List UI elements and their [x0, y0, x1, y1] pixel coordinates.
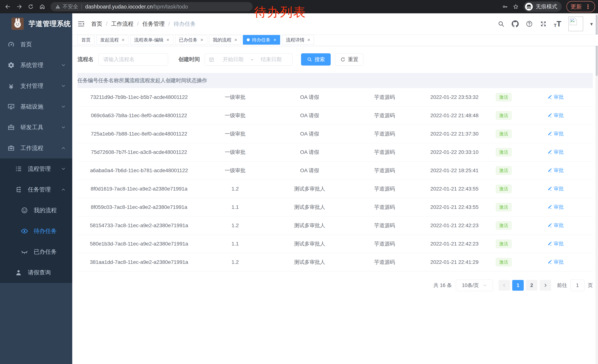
help-icon[interactable] — [526, 20, 533, 27]
search-icon[interactable] — [498, 20, 505, 27]
approve-link[interactable]: 审批 — [547, 204, 564, 210]
prev-page-button[interactable] — [498, 280, 510, 291]
approve-link[interactable]: 审批 — [547, 130, 564, 137]
logo-row[interactable]: 芋道管理系统 — [0, 13, 72, 34]
tab[interactable]: 发起流程 × — [96, 35, 128, 45]
sidebar-item[interactable]: 基础设施 — [0, 96, 72, 117]
tab[interactable]: 已办任务 × — [175, 35, 207, 45]
eye-closed-icon — [21, 248, 28, 256]
close-icon[interactable]: × — [200, 37, 203, 42]
reset-button-label: 重置 — [348, 56, 358, 63]
cell-process: OA 请假 — [270, 130, 349, 138]
scrollbar-track[interactable] — [595, 13, 598, 364]
forward-icon[interactable] — [15, 2, 24, 11]
sidebar-item[interactable]: 待办任务 — [0, 221, 72, 242]
close-icon[interactable]: × — [122, 37, 125, 42]
tab[interactable]: 流程表单-编辑 × — [130, 35, 173, 45]
navbar: 首页 / 工作流程 / 任务管理 / — [72, 13, 598, 35]
sidebar-item[interactable]: 请假查询 — [0, 262, 72, 283]
breadcrumb-item[interactable]: 首页 — [91, 20, 102, 28]
approve-link[interactable]: 审批 — [547, 94, 564, 100]
sidebar-item[interactable]: 已办任务 — [0, 242, 72, 262]
breadcrumb-item[interactable]: 待办任务 — [174, 20, 196, 28]
next-page-button[interactable] — [540, 280, 551, 291]
menu-kebab-icon[interactable]: ⋮ — [585, 4, 591, 10]
date-range-picker[interactable]: 开始日期 - 结束日期 — [205, 53, 292, 65]
select-chevron-icon — [482, 283, 487, 288]
sidebar-item[interactable]: 我的流程 — [0, 200, 72, 221]
tab[interactable]: 首页 — [77, 35, 94, 45]
sidebar-item[interactable]: 研发工具 — [0, 117, 72, 138]
approve-link[interactable]: 审批 — [547, 149, 564, 155]
sidebar-item[interactable]: 任务管理 — [0, 179, 72, 200]
column-header: 任务名称 — [98, 77, 119, 84]
sidebar-item[interactable]: 流程管理 — [0, 159, 72, 179]
approve-link[interactable]: 审批 — [547, 240, 564, 247]
chrome-actions: 无痕模式 更新 ⋮ — [502, 1, 595, 12]
close-icon[interactable]: × — [166, 37, 169, 42]
close-icon[interactable]: × — [234, 37, 237, 42]
tab[interactable]: 流程详情 × — [282, 35, 314, 45]
security-label: 不安全 — [63, 3, 78, 10]
table-row: 725a1eb6-7b88-11ec-8ef0-acde48001122 一级审… — [77, 125, 593, 143]
create-time-label: 创建时间 — [178, 56, 200, 63]
tab-label: 已办任务 — [179, 37, 198, 43]
update-button[interactable]: 更新 ⋮ — [566, 1, 595, 12]
approve-link[interactable]: 审批 — [547, 259, 564, 265]
breadcrumb-item[interactable]: 工作流程 — [111, 20, 133, 28]
reload-icon[interactable] — [26, 2, 36, 11]
bookmark-star-icon[interactable] — [513, 4, 519, 10]
avatar[interactable] — [568, 16, 583, 31]
search-button[interactable]: 搜索 — [301, 53, 331, 65]
tab-label: 流程表单-编辑 — [134, 37, 163, 43]
github-icon[interactable] — [512, 20, 519, 27]
chevron-down-icon[interactable]: ▾ — [590, 21, 593, 27]
font-size-icon[interactable]: TT — [554, 20, 561, 28]
reset-button[interactable]: 重置 — [335, 53, 363, 65]
cell-task-name: 一级审批 — [201, 130, 270, 138]
chevron-icon — [61, 125, 66, 130]
close-icon[interactable]: × — [307, 37, 310, 42]
address-bar[interactable]: 不安全 dashboard.yudao.iocoder.cn/bpm/task/… — [50, 2, 253, 11]
goto-page: 前往 1 页 — [557, 280, 593, 291]
url-path: /bpm/task/todo — [153, 4, 188, 10]
approve-link[interactable]: 审批 — [547, 185, 564, 192]
monitor-icon — [8, 103, 15, 110]
sidebar-item[interactable]: 支付管理 — [0, 75, 72, 96]
sidebar-item[interactable]: 工作流程 — [0, 138, 72, 159]
tab[interactable]: 我的流程 × — [209, 35, 241, 45]
home-icon[interactable] — [37, 2, 47, 11]
cell-process: 测试多审批人 — [270, 259, 349, 266]
password-key-icon[interactable] — [502, 4, 508, 10]
fullscreen-icon[interactable] — [540, 20, 547, 27]
page-button[interactable]: 1 — [512, 280, 524, 291]
cell-process: 测试多审批人 — [270, 240, 349, 247]
table-row: 069c6a63-7b8a-11ec-8ef0-acde48001122 一级审… — [77, 106, 593, 125]
start-date-placeholder: 开始日期 — [216, 56, 250, 63]
page-size-select[interactable]: 10条/页 — [456, 280, 493, 291]
approve-link[interactable]: 审批 — [547, 222, 564, 229]
approve-link[interactable]: 审批 — [547, 167, 564, 174]
cell-starter: 芋道源码 — [349, 222, 420, 229]
sidebar-fold-icon[interactable] — [77, 20, 85, 28]
sidebar-menu: 首页 系统管理 支付管理 — [0, 34, 72, 364]
sidebar-item-label: 研发工具 — [20, 123, 43, 131]
approve-link[interactable]: 审批 — [547, 112, 564, 119]
filter-bar: 流程名 请输入流程名 创建时间 开始日期 - 结束日期 — [77, 53, 593, 65]
process-name-input[interactable]: 请输入流程名 — [98, 53, 168, 65]
page-size-value: 10条/页 — [462, 282, 479, 289]
cell-process: 测试多审批人 — [270, 204, 349, 211]
page-button[interactable]: 2 — [526, 280, 537, 291]
back-icon[interactable] — [3, 2, 13, 11]
approve-link-label: 审批 — [554, 149, 564, 155]
breadcrumb-item[interactable]: 任务管理 — [142, 20, 165, 28]
tab[interactable]: 待办任务 × — [243, 35, 280, 45]
sidebar-item[interactable]: 首页 — [0, 34, 72, 55]
close-icon[interactable]: × — [274, 37, 276, 42]
table-row: 73211d9d-7b9b-11ec-b5b7-acde48001122 一级审… — [77, 88, 593, 106]
cell-task-id: 725a1eb6-7b88-11ec-8ef0-acde48001122 — [77, 131, 201, 137]
sidebar-item[interactable]: 系统管理 — [0, 55, 72, 75]
cell-task-name: 1.1 — [201, 241, 270, 247]
goto-page-input[interactable]: 1 — [570, 280, 584, 291]
cell-task-name: 1.2 — [201, 223, 270, 228]
